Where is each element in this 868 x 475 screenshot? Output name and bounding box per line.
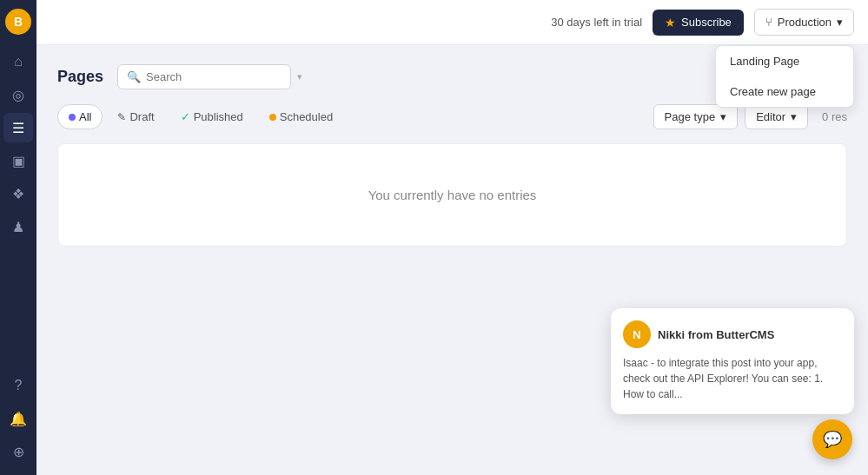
chevron-down-icon: ▾ [837,16,843,29]
chat-message: Isaac - to integrate this post into your… [623,355,842,402]
chat-fab-button[interactable]: 💬 [812,419,852,459]
search-icon: 🔍 [127,70,141,83]
right-filters: Page type ▾ Editor ▾ 0 res [653,104,847,129]
sidebar-item-media[interactable]: ▣ [3,146,33,175]
chevron-down-icon: ▾ [791,110,797,123]
production-button[interactable]: ⑂ Production ▾ [754,9,854,36]
star-icon: ★ [665,16,676,30]
chevron-down-icon: ▾ [297,71,302,82]
chat-widget: N Nikki from ButterCMS Isaac - to integr… [611,308,854,414]
sidebar-logo[interactable]: B [5,9,31,35]
filters-row: All ✎ Draft ✓ Published Scheduled Page t… [57,104,847,129]
dropdown-menu: Landing Page Create new page [715,45,854,108]
filter-group: All ✎ Draft ✓ Published Scheduled [57,104,344,129]
chat-header: N Nikki from ButterCMS [623,320,842,348]
filter-draft-button[interactable]: ✎ Draft [106,104,165,129]
sidebar-item-users[interactable]: ♟ [3,212,33,241]
filter-published-button[interactable]: ✓ Published [169,104,255,129]
all-dot-icon [69,114,76,121]
dropdown-item-landing-page[interactable]: Landing Page [716,46,853,76]
filter-scheduled-button[interactable]: Scheduled [258,104,344,129]
trial-text: 30 days left in trial [551,16,642,29]
results-count: 0 res [822,110,847,123]
check-icon: ✓ [181,110,190,123]
page-title: Pages [57,68,103,86]
page-type-button[interactable]: Page type ▾ [653,104,739,129]
chat-name: Nikki from ButterCMS [658,328,774,341]
sidebar-item-blog[interactable]: ◎ [3,80,33,109]
sidebar-bottom: ? 🔔 ⊕ [3,371,33,466]
filter-all-button[interactable]: All [57,104,103,129]
sidebar-item-help[interactable]: ? [3,371,33,400]
sidebar-item-home[interactable]: ⌂ [3,47,33,76]
branch-icon: ⑂ [765,16,772,29]
topbar: 30 days left in trial ★ Subscribe ⑂ Prod… [36,0,868,45]
chevron-down-icon: ▾ [720,110,726,123]
sidebar-item-components[interactable]: ❖ [3,179,33,208]
sidebar-item-notifications[interactable]: 🔔 [3,404,33,433]
edit-icon: ✎ [117,111,126,123]
search-input[interactable] [146,70,292,83]
header-left: Pages 🔍 ▾ [57,64,291,89]
subscribe-button[interactable]: ★ Subscribe [653,10,744,36]
avatar: N [623,320,651,348]
empty-state: You currently have no entries [57,143,847,247]
sidebar: B ⌂ ◎ ☰ ▣ ❖ ♟ ? 🔔 ⊕ [0,0,36,475]
editor-button[interactable]: Editor ▾ [745,104,808,129]
sidebar-item-settings[interactable]: ⊕ [3,437,33,466]
search-box[interactable]: 🔍 ▾ [117,64,291,89]
chat-icon: 💬 [823,430,842,449]
scheduled-dot-icon [269,114,276,121]
sidebar-item-pages[interactable]: ☰ [3,113,33,142]
dropdown-item-create-new-page[interactable]: Create new page [716,76,853,107]
